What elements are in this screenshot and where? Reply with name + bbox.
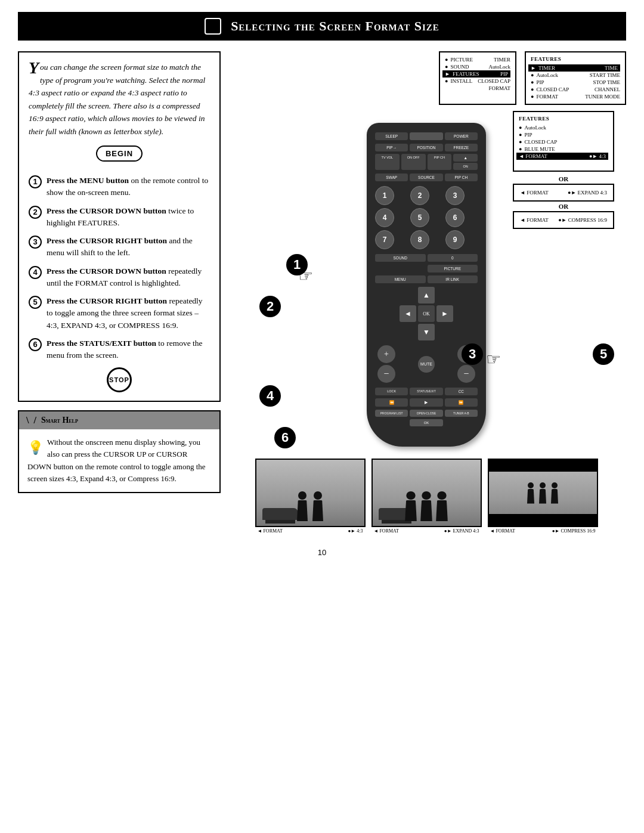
menu-screen-2-title: FEATURES xyxy=(531,56,620,62)
empty-3 xyxy=(400,324,416,340)
cursor-right-button[interactable]: ► xyxy=(436,305,453,322)
head xyxy=(528,482,534,488)
instructions-box: You can change the screen format size to… xyxy=(18,51,221,402)
pip-ch-button[interactable]: PIP CH xyxy=(428,154,452,170)
picture-button[interactable]: PICTURE xyxy=(428,265,478,272)
person-8 xyxy=(551,482,558,504)
num-3-button[interactable]: 3 xyxy=(445,186,465,205)
pip-ch2-button[interactable]: PIP CH xyxy=(445,174,478,181)
program-list-button[interactable]: PROGRAM LIST xyxy=(375,410,408,417)
person-3 xyxy=(405,491,417,521)
head xyxy=(314,491,322,500)
cursor-down-button[interactable]: ▼ xyxy=(418,324,435,340)
source-button[interactable]: SOURCE xyxy=(410,174,442,181)
num-0-button[interactable]: 0 xyxy=(428,254,478,262)
empty-1 xyxy=(400,287,416,304)
lightning-right-icon: / xyxy=(33,415,36,426)
head xyxy=(422,491,431,500)
sound-button[interactable]: SOUND xyxy=(375,254,426,262)
tv-icon xyxy=(205,18,221,35)
menu-button[interactable]: MENU xyxy=(375,275,426,283)
step-2: 2 Press the CURSOR DOWN button twice to … xyxy=(29,205,210,230)
scene-3-container: ◄ FORMAT ●► COMPRESS 16:9 xyxy=(488,459,598,534)
bottom-row-2: OK xyxy=(375,419,478,426)
step-2-text: Press the CURSOR DOWN button twice to hi… xyxy=(47,205,210,230)
open-close-button[interactable]: OPEN·CLOSE xyxy=(410,410,442,417)
sleep-button[interactable]: SLEEP xyxy=(375,132,408,140)
status-exit-button[interactable]: STATUS/EXIT xyxy=(410,388,442,395)
arrow-pad: ▲ ◄ OK ► ▼ xyxy=(400,287,453,340)
body xyxy=(551,489,558,504)
head xyxy=(552,482,558,488)
hand-pointer-icon-2: ☞ xyxy=(486,349,501,369)
remote-control[interactable]: SLEEP POWER PIP→ POSITION FREEZE TV VOL … xyxy=(367,123,486,447)
person-6 xyxy=(527,482,534,504)
menu-dot: ● xyxy=(445,64,448,70)
main-content: You can change the screen format size to… xyxy=(18,51,626,534)
scene-2-format-right: ●► EXPAND 4:3 xyxy=(444,528,479,534)
menu-screen-1: ● PICTURE TIMER ● SOUND AutoLock ► FEATU… xyxy=(439,51,516,105)
num-5-button[interactable]: 5 xyxy=(410,208,429,227)
person-1 xyxy=(297,491,308,521)
swap-button[interactable]: SWAP xyxy=(375,174,408,181)
scene-1-label: ◄ FORMAT ●► 4:3 xyxy=(255,528,366,534)
step-5-num: 5 xyxy=(29,296,42,309)
num-7-button[interactable]: 7 xyxy=(375,230,394,249)
vol-plus-button[interactable]: + xyxy=(377,345,395,363)
picture-row: PICTURE xyxy=(375,265,478,272)
ch-minus-button[interactable]: − xyxy=(457,365,475,383)
head xyxy=(298,491,306,500)
step-overlay-4: 4 xyxy=(259,385,281,407)
freeze-button[interactable]: FREEZE xyxy=(445,144,478,151)
page-number: 10 xyxy=(18,548,626,557)
begin-badge: BEGIN xyxy=(96,145,143,162)
cursor-up-button[interactable]: ▲ xyxy=(418,287,435,304)
ok2-button[interactable]: OK xyxy=(410,419,442,426)
fast-forward-button[interactable]: ⏩ xyxy=(445,398,478,407)
on-off-button[interactable]: ON OFF xyxy=(401,154,426,170)
menu-item: ● SOUND AutoLock xyxy=(445,63,510,70)
play-button[interactable]: ▶ xyxy=(410,398,442,407)
cursor-left-button[interactable]: ◄ xyxy=(400,305,416,322)
scene-1-image xyxy=(255,459,366,527)
position-button[interactable]: POSITION xyxy=(410,144,442,151)
ir-link-button[interactable]: IR LINK xyxy=(428,275,478,283)
body xyxy=(539,489,546,504)
scene-1-container: ◄ FORMAT ●► 4:3 xyxy=(255,459,366,534)
up-button[interactable]: ▲ xyxy=(453,154,478,162)
transport-row: ⏪ ▶ ⏩ xyxy=(375,398,478,407)
num-2-button[interactable]: 2 xyxy=(410,186,429,205)
body xyxy=(312,500,323,521)
body xyxy=(527,489,534,504)
menu-item: FORMAT xyxy=(445,85,510,92)
power-button[interactable] xyxy=(410,132,442,140)
num-1-button[interactable]: 1 xyxy=(375,186,394,205)
person-2 xyxy=(312,491,323,521)
smart-help-header: \ / Smart Help xyxy=(19,411,219,429)
lock-button[interactable]: LOCK xyxy=(375,388,408,395)
mute-button[interactable]: MUTE xyxy=(418,356,435,373)
body xyxy=(405,500,417,521)
num-8-button[interactable]: 8 xyxy=(410,230,429,249)
step-1: 1 Press the MENU button on the remote co… xyxy=(29,175,210,199)
rewind-button[interactable]: ⏪ xyxy=(375,398,408,407)
num-4-button[interactable]: 4 xyxy=(375,208,394,227)
menu-screen-3: FEATURES ● AutoLock ● PIP ● CLOSED CAP ●… xyxy=(513,111,614,229)
num-6-button[interactable]: 6 xyxy=(445,208,465,227)
or-text-2: OR xyxy=(513,203,614,210)
vol-minus-button[interactable]: − xyxy=(377,365,395,383)
scene-3-image xyxy=(488,459,598,527)
step-6-text: Press the STATUS/EXIT button to remove t… xyxy=(47,337,210,362)
pip-button[interactable]: PIP→ xyxy=(375,144,408,151)
menu-dot: ● xyxy=(445,78,448,84)
empty-2 xyxy=(436,287,453,304)
tuner-ab-button[interactable]: TUNER A·B xyxy=(445,410,478,417)
scene-1-format-left: ◄ FORMAT xyxy=(258,528,283,534)
smart-help-title: Smart Help xyxy=(41,416,78,425)
tv-vol-button[interactable]: TV VOL xyxy=(375,154,400,170)
num-9-button[interactable]: 9 xyxy=(445,230,465,249)
on-button[interactable]: ON xyxy=(453,163,478,170)
ok-button[interactable]: OK xyxy=(418,305,435,322)
menu-dot: ● xyxy=(445,57,448,63)
cc-button[interactable]: CC xyxy=(445,388,478,395)
